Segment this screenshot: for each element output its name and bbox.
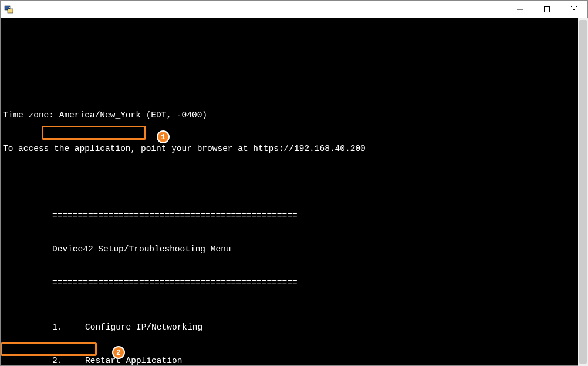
- menu-item: 2.Restart Application: [3, 355, 585, 365]
- menu-item: 1.Configure IP/Networking: [3, 322, 585, 333]
- highlight-continue-prompt: [1, 342, 97, 356]
- putty-icon: [4, 5, 13, 14]
- menu-item-num: 1.: [52, 322, 85, 333]
- blank-line: [3, 177, 585, 188]
- menu-title: Device42 Setup/Troubleshooting Menu: [3, 244, 585, 255]
- titlebar-left: [4, 5, 17, 14]
- menu-separator: ========================================…: [3, 210, 585, 221]
- blank-line: [3, 76, 585, 88]
- scrollbar-thumb[interactable]: [579, 20, 587, 364]
- access-line: To access the application, point your br…: [3, 143, 585, 155]
- minimize-button[interactable]: [506, 1, 533, 18]
- vertical-scrollbar[interactable]: [578, 18, 588, 366]
- svg-rect-1: [8, 9, 13, 13]
- callout-1: 1: [157, 130, 170, 143]
- titlebar: [1, 1, 587, 18]
- menu-separator: ========================================…: [3, 277, 585, 288]
- maximize-button[interactable]: [533, 1, 560, 18]
- window-controls: [506, 1, 587, 18]
- app-window: Time zone: America/New_York (EDT, -0400)…: [0, 0, 588, 366]
- timezone-line: Time zone: America/New_York (EDT, -0400): [3, 110, 585, 121]
- menu-item-label: Restart Application: [85, 355, 182, 365]
- blank-line: [3, 43, 585, 54]
- terminal[interactable]: Time zone: America/New_York (EDT, -0400)…: [1, 18, 587, 365]
- menu-item-label: Configure IP/Networking: [85, 322, 202, 333]
- menu-item-num: 2.: [52, 355, 85, 365]
- callout-2: 2: [112, 346, 125, 359]
- svg-rect-4: [545, 6, 550, 12]
- close-button[interactable]: [560, 1, 587, 18]
- highlight-apply-update: [42, 126, 146, 140]
